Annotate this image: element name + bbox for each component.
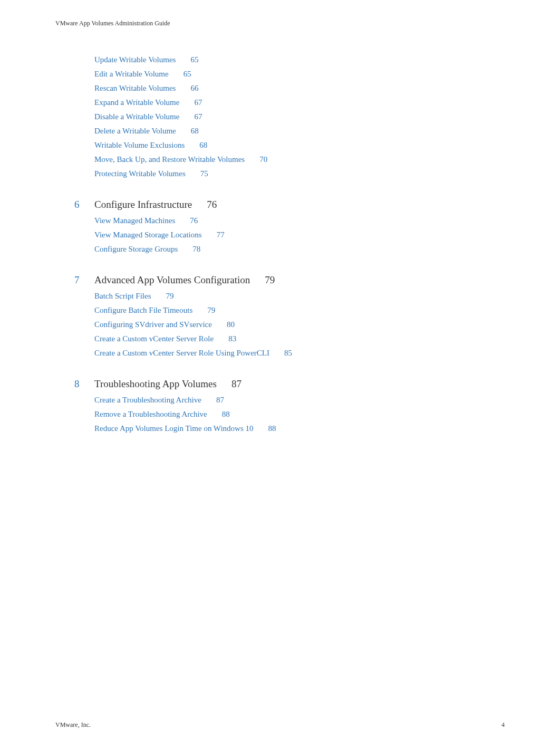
toc-sub-item: Configuring SVdriver and SVservice80 [94,318,505,332]
toc-item-title: Create a Custom vCenter Server Role [94,334,214,343]
toc-link[interactable]: Move, Back Up, and Restore Writable Volu… [94,155,267,164]
toc-item-page: 76 [190,216,198,225]
toc-sub-item: Batch Script Files79 [94,289,505,303]
toc-item-title: Disable a Writable Volume [94,112,179,121]
toc-item-page: 88 [222,410,230,418]
toc-item-page: 77 [217,231,225,239]
toc-item-title: Writable Volume Exclusions [94,141,185,149]
chapter-link[interactable]: Advanced App Volumes Configuration79 [94,274,275,286]
chapter-number: 7 [74,274,94,286]
toc-item-title: Remove a Troubleshooting Archive [94,410,207,418]
toc-link[interactable]: Update Writable Volumes65 [94,55,198,64]
toc-link[interactable]: View Managed Storage Locations77 [94,231,225,239]
chapter-page: 76 [207,199,217,210]
toc-link[interactable]: Rescan Writable Volumes66 [94,84,198,92]
chapter-link[interactable]: Configure Infrastructure76 [94,199,217,210]
toc-sub-item: Writable Volume Exclusions68 [94,138,505,152]
toc-item-title: Expand a Writable Volume [94,98,179,107]
toc-sub-item: Update Writable Volumes65 [94,53,505,67]
toc-item-page: 80 [227,320,235,329]
chapter-heading: 6Configure Infrastructure76 [74,199,505,210]
chapter-heading: 7Advanced App Volumes Configuration79 [74,274,505,286]
toc-link[interactable]: Writable Volume Exclusions68 [94,141,207,149]
toc-item-page: 66 [190,84,198,92]
toc-link[interactable]: Create a Custom vCenter Server Role83 [94,334,236,343]
toc-link[interactable]: Remove a Troubleshooting Archive88 [94,410,230,418]
page-footer: VMware, Inc. 4 [55,721,505,729]
toc-item-title: Move, Back Up, and Restore Writable Volu… [94,155,245,164]
toc-sub-item: Remove a Troubleshooting Archive88 [94,407,505,421]
chapter-heading: 8Troubleshooting App Volumes87 [74,378,505,390]
toc-item-page: 68 [199,141,207,149]
toc-item-page: 79 [166,292,174,300]
toc-item-title: Configure Batch File Timeouts [94,306,192,314]
toc-item-page: 68 [191,127,199,135]
toc-link[interactable]: Edit a Writable Volume65 [94,70,191,78]
toc-item-page: 88 [268,424,276,433]
toc-sub-item: Delete a Writable Volume68 [94,124,505,138]
toc-link[interactable]: Batch Script Files79 [94,292,174,300]
toc-link[interactable]: View Managed Machines76 [94,216,198,225]
chapter-page: 87 [231,378,242,389]
toc-sub-item: Edit a Writable Volume65 [94,67,505,81]
toc-sub-item: Reduce App Volumes Login Time on Windows… [94,421,505,436]
toc-sub-item: Configure Batch File Timeouts79 [94,303,505,318]
toc-item-page: 83 [228,334,236,343]
chapter-sub-list: View Managed Machines76View Managed Stor… [74,214,505,256]
toc-item-page: 65 [190,55,198,64]
toc-link[interactable]: Create a Troubleshooting Archive87 [94,396,224,404]
toc-sub-item: Create a Custom vCenter Server Role Usin… [94,346,505,360]
toc-item-title: Update Writable Volumes [94,55,176,64]
toc-item-title: Delete a Writable Volume [94,127,176,135]
toc-item-page: 75 [200,169,208,178]
toc-link[interactable]: Configure Storage Groups78 [94,245,200,253]
toc-link[interactable]: Create a Custom vCenter Server Role Usin… [94,349,292,357]
chapter-sub-list: Batch Script Files79Configure Batch File… [74,289,505,360]
toc-link[interactable]: Configure Batch File Timeouts79 [94,306,215,314]
footer-company: VMware, Inc. [55,721,91,729]
chapter-number: 6 [74,199,94,210]
toc-item-title: Rescan Writable Volumes [94,84,176,92]
toc-item-title: Protecting Writable Volumes [94,169,186,178]
toc-item-title: Configuring SVdriver and SVservice [94,320,212,329]
toc-link[interactable]: Reduce App Volumes Login Time on Windows… [94,424,276,433]
toc-item-title: Edit a Writable Volume [94,70,169,78]
toc-item-page: 65 [184,70,191,78]
toc-item-page: 67 [194,112,202,121]
toc-item-page: 78 [192,245,200,253]
toc-item-title: Create a Troubleshooting Archive [94,396,201,404]
toc-item-page: 67 [194,98,202,107]
toc-link[interactable]: Delete a Writable Volume68 [94,127,199,135]
toc-sub-item: Configure Storage Groups78 [94,242,505,256]
toc-sub-item: Expand a Writable Volume67 [94,95,505,110]
toc-item-title: Reduce App Volumes Login Time on Windows… [94,424,254,433]
toc-item-title: Create a Custom vCenter Server Role Usin… [94,349,269,357]
chapter-sub-list: Create a Troubleshooting Archive87Remove… [74,393,505,436]
chapter-link[interactable]: Troubleshooting App Volumes87 [94,378,242,390]
toc-item-title: View Managed Storage Locations [94,231,202,239]
toc-sub-item: Rescan Writable Volumes66 [94,81,505,95]
toc-link[interactable]: Disable a Writable Volume67 [94,112,202,121]
chapter-title: Configure Infrastructure [94,199,192,210]
toc-content: Update Writable Volumes65Edit a Writable… [55,53,505,436]
toc-link[interactable]: Configuring SVdriver and SVservice80 [94,320,235,329]
toc-sub-item: Disable a Writable Volume67 [94,110,505,124]
toc-sub-item: Move, Back Up, and Restore Writable Volu… [94,152,505,167]
toc-sub-item: Create a Troubleshooting Archive87 [94,393,505,407]
chapter-title: Advanced App Volumes Configuration [94,274,250,285]
toc-item-title: View Managed Machines [94,216,175,225]
toc-link[interactable]: Protecting Writable Volumes75 [94,169,208,178]
toc-sub-item: Create a Custom vCenter Server Role83 [94,332,505,346]
toc-link[interactable]: Expand a Writable Volume67 [94,98,202,107]
toc-sub-item: View Managed Machines76 [94,214,505,228]
document-header: VMware App Volumes Administration Guide [55,20,505,27]
toc-item-page: 85 [284,349,292,357]
toc-item-title: Configure Storage Groups [94,245,178,253]
chapter-number: 8 [74,378,94,390]
chapter-title: Troubleshooting App Volumes [94,378,217,389]
toc-item-title: Batch Script Files [94,292,151,300]
toc-item-page: 87 [216,396,224,404]
toc-sub-item: View Managed Storage Locations77 [94,228,505,242]
toc-item-page: 70 [259,155,267,164]
footer-page-number: 4 [501,721,505,729]
